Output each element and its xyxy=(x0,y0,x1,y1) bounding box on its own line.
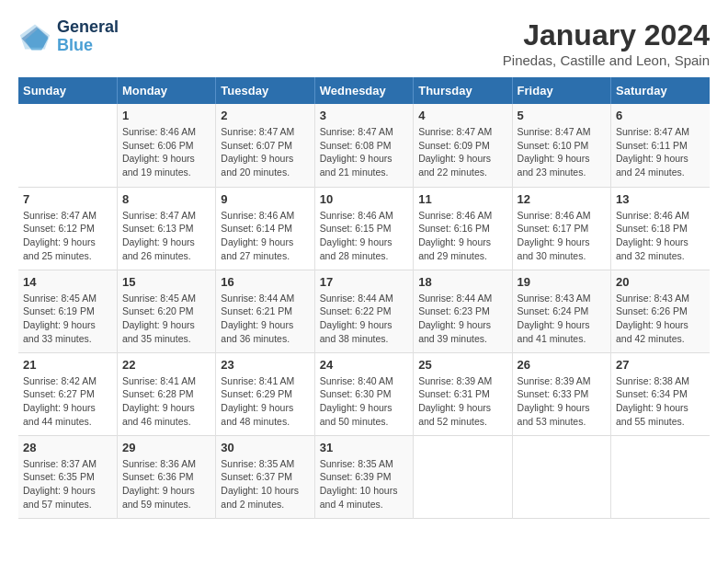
day-number: 17 xyxy=(320,275,408,289)
day-info: Sunrise: 8:39 AM Sunset: 6:33 PM Dayligh… xyxy=(518,374,606,429)
day-info: Sunrise: 8:43 AM Sunset: 6:24 PM Dayligh… xyxy=(518,292,606,346)
header: General Blue January 2024 Pinedas, Casti… xyxy=(18,18,710,68)
weekday-header: Tuesday xyxy=(216,77,314,104)
day-info: Sunrise: 8:46 AM Sunset: 6:15 PM Dayligh… xyxy=(320,209,408,263)
calendar-cell: 28Sunrise: 8:37 AM Sunset: 6:35 PM Dayli… xyxy=(18,435,117,518)
day-number: 1 xyxy=(122,109,210,122)
calendar-cell: 2Sunrise: 8:47 AM Sunset: 6:07 PM Daylig… xyxy=(216,104,314,187)
logo-icon xyxy=(18,20,51,53)
day-number: 18 xyxy=(418,275,506,289)
day-number: 2 xyxy=(221,109,309,122)
day-info: Sunrise: 8:42 AM Sunset: 6:27 PM Dayligh… xyxy=(23,374,112,429)
calendar-cell xyxy=(611,435,710,518)
calendar-week-row: 21Sunrise: 8:42 AM Sunset: 6:27 PM Dayli… xyxy=(18,352,710,435)
day-info: Sunrise: 8:47 AM Sunset: 6:09 PM Dayligh… xyxy=(418,125,506,179)
day-info: Sunrise: 8:41 AM Sunset: 6:28 PM Dayligh… xyxy=(122,374,210,429)
day-number: 9 xyxy=(221,192,309,206)
day-number: 10 xyxy=(320,192,408,206)
calendar-cell: 16Sunrise: 8:44 AM Sunset: 6:21 PM Dayli… xyxy=(216,270,314,352)
day-number: 4 xyxy=(418,109,506,122)
day-info: Sunrise: 8:41 AM Sunset: 6:29 PM Dayligh… xyxy=(221,374,309,429)
day-info: Sunrise: 8:36 AM Sunset: 6:36 PM Dayligh… xyxy=(122,457,210,511)
calendar-cell: 1Sunrise: 8:46 AM Sunset: 6:06 PM Daylig… xyxy=(117,104,215,187)
calendar-table: SundayMondayTuesdayWednesdayThursdayFrid… xyxy=(18,77,710,519)
calendar-cell: 30Sunrise: 8:35 AM Sunset: 6:37 PM Dayli… xyxy=(216,435,314,518)
calendar-cell: 7Sunrise: 8:47 AM Sunset: 6:12 PM Daylig… xyxy=(18,187,117,270)
day-number: 25 xyxy=(418,358,506,372)
calendar-week-row: 28Sunrise: 8:37 AM Sunset: 6:35 PM Dayli… xyxy=(18,435,710,518)
day-number: 28 xyxy=(23,441,112,454)
calendar-cell: 27Sunrise: 8:38 AM Sunset: 6:34 PM Dayli… xyxy=(611,352,710,435)
calendar-cell: 18Sunrise: 8:44 AM Sunset: 6:23 PM Dayli… xyxy=(414,270,512,352)
day-number: 14 xyxy=(23,275,112,289)
day-info: Sunrise: 8:47 AM Sunset: 6:12 PM Dayligh… xyxy=(23,209,112,263)
day-number: 7 xyxy=(23,192,112,206)
day-number: 16 xyxy=(221,275,309,289)
day-number: 19 xyxy=(518,275,606,289)
calendar-week-row: 14Sunrise: 8:45 AM Sunset: 6:19 PM Dayli… xyxy=(18,270,710,352)
day-number: 21 xyxy=(23,358,112,372)
calendar-cell: 10Sunrise: 8:46 AM Sunset: 6:15 PM Dayli… xyxy=(314,187,413,270)
calendar-cell: 20Sunrise: 8:43 AM Sunset: 6:26 PM Dayli… xyxy=(611,270,710,352)
day-number: 13 xyxy=(616,192,705,206)
weekday-header: Wednesday xyxy=(314,77,413,104)
calendar-cell: 14Sunrise: 8:45 AM Sunset: 6:19 PM Dayli… xyxy=(18,270,117,352)
day-info: Sunrise: 8:35 AM Sunset: 6:39 PM Dayligh… xyxy=(320,457,408,511)
day-number: 12 xyxy=(518,192,606,206)
day-info: Sunrise: 8:47 AM Sunset: 6:07 PM Dayligh… xyxy=(221,125,309,179)
day-info: Sunrise: 8:47 AM Sunset: 6:11 PM Dayligh… xyxy=(616,125,705,179)
calendar-cell: 23Sunrise: 8:41 AM Sunset: 6:29 PM Dayli… xyxy=(216,352,314,435)
day-info: Sunrise: 8:44 AM Sunset: 6:21 PM Dayligh… xyxy=(221,292,309,346)
logo: General Blue xyxy=(18,18,119,55)
day-info: Sunrise: 8:44 AM Sunset: 6:23 PM Dayligh… xyxy=(418,292,506,346)
calendar-cell: 6Sunrise: 8:47 AM Sunset: 6:11 PM Daylig… xyxy=(611,104,710,187)
calendar-cell: 22Sunrise: 8:41 AM Sunset: 6:28 PM Dayli… xyxy=(117,352,215,435)
day-info: Sunrise: 8:40 AM Sunset: 6:30 PM Dayligh… xyxy=(320,374,408,429)
day-info: Sunrise: 8:46 AM Sunset: 6:06 PM Dayligh… xyxy=(122,125,210,179)
day-number: 30 xyxy=(221,441,309,454)
calendar-cell xyxy=(414,435,512,518)
logo-text: General Blue xyxy=(57,18,119,55)
calendar-cell: 24Sunrise: 8:40 AM Sunset: 6:30 PM Dayli… xyxy=(314,352,413,435)
day-number: 23 xyxy=(221,358,309,372)
calendar-cell: 8Sunrise: 8:47 AM Sunset: 6:13 PM Daylig… xyxy=(117,187,215,270)
day-number: 22 xyxy=(122,358,210,372)
day-number: 3 xyxy=(320,109,408,122)
day-info: Sunrise: 8:47 AM Sunset: 6:10 PM Dayligh… xyxy=(518,125,606,179)
day-number: 24 xyxy=(320,358,408,372)
calendar-cell: 21Sunrise: 8:42 AM Sunset: 6:27 PM Dayli… xyxy=(18,352,117,435)
day-info: Sunrise: 8:35 AM Sunset: 6:37 PM Dayligh… xyxy=(221,457,309,511)
calendar-cell: 25Sunrise: 8:39 AM Sunset: 6:31 PM Dayli… xyxy=(414,352,512,435)
calendar-cell: 13Sunrise: 8:46 AM Sunset: 6:18 PM Dayli… xyxy=(611,187,710,270)
day-info: Sunrise: 8:39 AM Sunset: 6:31 PM Dayligh… xyxy=(418,374,506,429)
day-number: 15 xyxy=(122,275,210,289)
day-info: Sunrise: 8:45 AM Sunset: 6:20 PM Dayligh… xyxy=(122,292,210,346)
calendar-cell xyxy=(512,435,610,518)
weekday-header: Sunday xyxy=(18,77,117,104)
day-info: Sunrise: 8:46 AM Sunset: 6:18 PM Dayligh… xyxy=(616,209,705,263)
day-number: 31 xyxy=(320,441,408,454)
calendar-cell: 9Sunrise: 8:46 AM Sunset: 6:14 PM Daylig… xyxy=(216,187,314,270)
day-number: 8 xyxy=(122,192,210,206)
weekday-header: Friday xyxy=(512,77,610,104)
day-info: Sunrise: 8:45 AM Sunset: 6:19 PM Dayligh… xyxy=(23,292,112,346)
day-number: 27 xyxy=(616,358,705,372)
title-section: January 2024 Pinedas, Castille and Leon,… xyxy=(503,18,710,68)
day-number: 20 xyxy=(616,275,705,289)
day-number: 6 xyxy=(616,109,705,122)
calendar-cell: 12Sunrise: 8:46 AM Sunset: 6:17 PM Dayli… xyxy=(512,187,610,270)
location-subtitle: Pinedas, Castille and Leon, Spain xyxy=(503,52,710,68)
day-info: Sunrise: 8:46 AM Sunset: 6:16 PM Dayligh… xyxy=(418,209,506,263)
day-number: 29 xyxy=(122,441,210,454)
calendar-cell: 31Sunrise: 8:35 AM Sunset: 6:39 PM Dayli… xyxy=(314,435,413,518)
weekday-header-row: SundayMondayTuesdayWednesdayThursdayFrid… xyxy=(18,77,710,104)
calendar-cell: 26Sunrise: 8:39 AM Sunset: 6:33 PM Dayli… xyxy=(512,352,610,435)
calendar-week-row: 7Sunrise: 8:47 AM Sunset: 6:12 PM Daylig… xyxy=(18,187,710,270)
weekday-header: Saturday xyxy=(611,77,710,104)
calendar-cell: 15Sunrise: 8:45 AM Sunset: 6:20 PM Dayli… xyxy=(117,270,215,352)
day-info: Sunrise: 8:46 AM Sunset: 6:17 PM Dayligh… xyxy=(518,209,606,263)
day-info: Sunrise: 8:47 AM Sunset: 6:13 PM Dayligh… xyxy=(122,209,210,263)
month-title: January 2024 xyxy=(503,18,710,52)
calendar-cell: 4Sunrise: 8:47 AM Sunset: 6:09 PM Daylig… xyxy=(414,104,512,187)
calendar-cell xyxy=(18,104,117,187)
